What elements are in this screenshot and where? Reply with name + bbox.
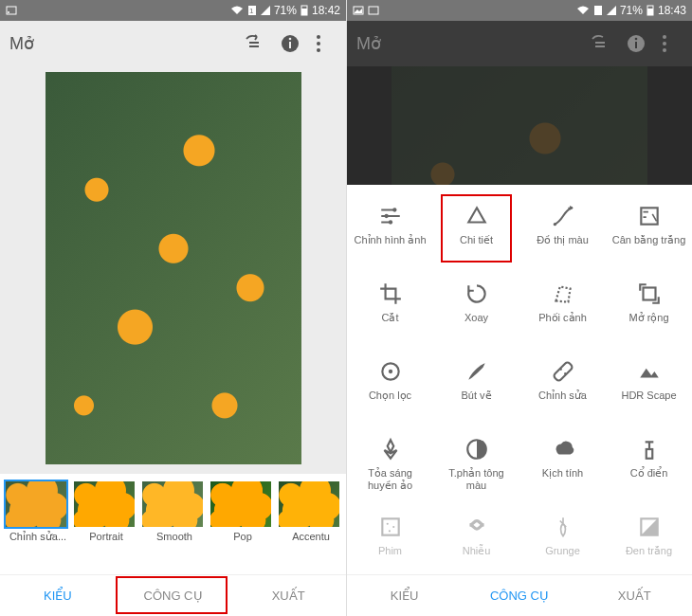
open-button[interactable]: Mở	[9, 33, 34, 54]
filter-thumb[interactable]: Pop	[210, 481, 275, 543]
picture-icon	[353, 5, 364, 16]
svg-rect-7	[289, 42, 291, 48]
svg-point-33	[559, 369, 561, 371]
tool-healing[interactable]: Chỉnh sửa	[519, 350, 606, 426]
filter-thumb[interactable]: Portrait	[74, 481, 138, 543]
tool-brush[interactable]: Bút vẽ	[433, 350, 519, 426]
svg-rect-5	[301, 9, 307, 15]
wifi-icon	[576, 6, 590, 15]
svg-point-9	[317, 35, 320, 39]
battery-icon	[646, 5, 654, 16]
bottom-tabs: KIỂU CÔNG CỤ XUẤT	[347, 574, 692, 616]
svg-rect-28	[641, 208, 657, 224]
svg-point-10	[317, 42, 320, 45]
svg-rect-32	[553, 361, 573, 381]
svg-point-40	[388, 530, 390, 532]
undo-stack-icon[interactable]	[244, 33, 264, 54]
tab-tools[interactable]: CÔNG CỤ	[116, 575, 231, 616]
svg-point-25	[388, 220, 392, 224]
canvas-area[interactable]	[0, 66, 346, 474]
tool-vintage[interactable]: Cổ điển	[606, 427, 692, 503]
svg-rect-37	[382, 518, 398, 534]
dim-image	[347, 66, 692, 185]
svg-point-11	[317, 48, 320, 52]
svg-rect-36	[646, 449, 652, 459]
sim-icon: 1	[247, 6, 257, 15]
tool-selective[interactable]: Chọn lọc	[347, 350, 433, 426]
svg-rect-18	[635, 42, 637, 48]
battery-pct: 71%	[274, 4, 297, 17]
undo-stack-icon	[590, 33, 610, 54]
svg-point-22	[663, 48, 666, 52]
signal-icon	[261, 6, 270, 15]
info-icon	[626, 33, 646, 54]
svg-rect-29	[643, 288, 655, 300]
tab-tools[interactable]: CÔNG CỤ	[462, 575, 576, 616]
overflow-menu-icon	[662, 33, 683, 54]
tab-export[interactable]: XUẤT	[230, 575, 346, 616]
tool-perspective[interactable]: Phối cảnh	[519, 272, 606, 348]
tool-drama[interactable]: Kịch tính	[519, 427, 606, 503]
open-button[interactable]: Mở	[356, 33, 381, 54]
svg-rect-13	[369, 7, 378, 14]
svg-point-39	[392, 526, 394, 528]
tool-grunge[interactable]: Grunge	[519, 505, 606, 581]
signal-icon	[607, 6, 616, 15]
wifi-icon	[230, 6, 244, 15]
clock: 18:43	[658, 4, 686, 17]
tool-hdr-scape[interactable]: HDR Scape	[606, 350, 692, 426]
tab-styles[interactable]: KIỂU	[347, 575, 462, 616]
svg-point-24	[384, 214, 388, 218]
svg-point-34	[564, 372, 566, 374]
screenshot-icon	[368, 5, 379, 16]
clock: 18:42	[312, 4, 340, 17]
tool-crop[interactable]: Cắt	[347, 272, 433, 348]
battery-pct: 71%	[620, 4, 643, 17]
battery-icon	[300, 5, 308, 16]
main-image	[46, 72, 301, 464]
filter-thumb[interactable]: Smooth	[142, 481, 207, 543]
tool-curves[interactable]: Đồ thị màu	[519, 194, 606, 270]
tool-rotate[interactable]: Xoay	[433, 272, 519, 348]
filter-thumb[interactable]: Chỉnh sửa...	[6, 481, 70, 543]
svg-point-8	[289, 38, 292, 41]
svg-point-26	[553, 223, 555, 226]
tool-expand[interactable]: Mở rộng	[606, 272, 692, 348]
right-screen: 71% 18:43 Mở Chỉnh hình ảnh	[346, 0, 692, 616]
tab-styles[interactable]: KIỂU	[0, 575, 116, 616]
svg-point-20	[663, 35, 666, 39]
sim-icon	[593, 6, 603, 15]
tool-tonal-contrast[interactable]: T.phản tông màu	[433, 427, 519, 503]
tool-details[interactable]: Chi tiết	[433, 194, 519, 270]
svg-point-21	[663, 42, 666, 45]
svg-point-19	[635, 38, 638, 41]
screenshot-icon	[6, 5, 17, 16]
svg-text:1: 1	[249, 7, 254, 15]
tool-white-balance[interactable]: Cân bằng trắng	[606, 194, 692, 270]
tool-grainy-film[interactable]: Phim	[347, 505, 433, 581]
tool-black-white[interactable]: Đen trắng	[606, 505, 692, 581]
tools-sheet: Chỉnh hình ảnh Chi tiết Đồ thị màu Cân b…	[347, 185, 692, 574]
overflow-menu-icon[interactable]	[316, 33, 337, 54]
left-screen: 1 71% 18:42 Mở Chỉnh sửa...	[0, 0, 346, 616]
svg-point-38	[386, 523, 388, 525]
toolbar: Mở	[0, 21, 346, 66]
info-icon[interactable]	[280, 33, 300, 54]
filter-thumb[interactable]: Accentu	[279, 481, 343, 543]
bottom-tabs: KIỂU CÔNG CỤ XUẤT	[0, 574, 346, 616]
toolbar: Mở	[347, 21, 692, 66]
tool-retrolux[interactable]: Nhiễu	[433, 505, 519, 581]
svg-point-23	[392, 208, 396, 211]
tab-export[interactable]: XUẤT	[577, 575, 692, 616]
svg-point-1	[8, 11, 9, 13]
status-bar: 1 71% 18:42	[0, 0, 346, 21]
tool-glamour-glow[interactable]: Tỏa sáng huyền ảo	[347, 427, 433, 503]
status-bar: 71% 18:43	[347, 0, 692, 21]
svg-rect-14	[594, 6, 602, 15]
tool-tune-image[interactable]: Chỉnh hình ảnh	[347, 194, 433, 270]
filter-strip[interactable]: Chỉnh sửa... Portrait Smooth Pop Accentu	[0, 474, 346, 545]
svg-point-31	[388, 370, 392, 373]
svg-rect-16	[647, 9, 653, 15]
